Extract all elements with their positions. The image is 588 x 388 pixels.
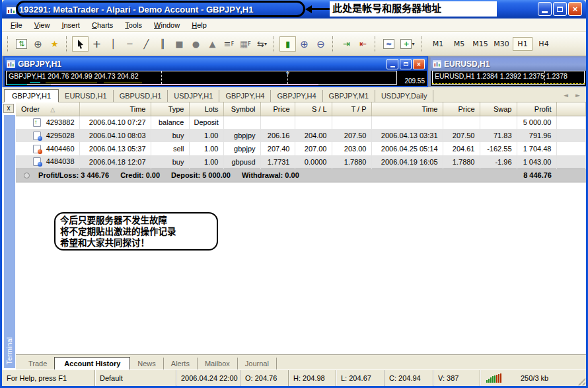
toolbar-grip[interactable]	[332, 36, 336, 52]
toolbar-grip[interactable]	[274, 36, 277, 52]
status-profile[interactable]: Default	[94, 370, 176, 386]
triangle-icon[interactable]: ▲	[204, 36, 221, 52]
column-header-close-price[interactable]: Price	[443, 102, 480, 116]
timeframe-m30-button[interactable]: M30	[492, 37, 511, 51]
fibonacci-icon[interactable]: ≡F	[221, 36, 237, 52]
menu-window[interactable]: Window	[148, 20, 186, 30]
market-watch-icon[interactable]: ⊕	[30, 36, 46, 52]
crosshair-icon[interactable]: +	[89, 36, 105, 52]
column-header-type[interactable]: Type	[151, 102, 189, 116]
auto-scroll-icon[interactable]: ⇥	[338, 36, 355, 52]
indicator-magenta	[51, 85, 318, 85]
chart-area-gbpjpy[interactable]: GBPJPY,H1 204.76 204.99 204.73 204.82 ▼ …	[5, 71, 427, 86]
chart-tab-gbpjpy-h1[interactable]: GBPJPY,H1	[4, 89, 59, 102]
menu-tools[interactable]: Tools	[119, 20, 148, 30]
history-row-balance[interactable]: 4293882 2006.04.10 07:27 balance Deposit…	[16, 116, 586, 129]
vertical-line-icon[interactable]: │	[105, 36, 122, 52]
column-header-profit[interactable]: Profit	[517, 102, 556, 116]
chart-tab-gbpjpy-m1[interactable]: GBPJPY,M1	[323, 90, 375, 102]
restore-button[interactable]	[553, 2, 567, 16]
menu-charts[interactable]: Charts	[86, 20, 119, 30]
terminal-close-button[interactable]: x	[3, 104, 14, 113]
note-line: 今后只要服务器不发生故障	[60, 215, 212, 226]
timeframe-h4-button[interactable]: H4	[534, 37, 554, 51]
channel-icon[interactable]: ║	[155, 36, 171, 52]
add-indicator-icon[interactable]: +▾	[397, 36, 418, 52]
zoom-out-icon[interactable]: ⊖	[312, 36, 329, 52]
close-button[interactable]: ×	[568, 2, 582, 16]
rectangle-icon[interactable]: ■	[171, 36, 188, 52]
chart-tab-gbpjpy-h4[interactable]: GBPJPY,H4	[219, 90, 271, 102]
chart-window-gbpjpy[interactable]: GBPJPY,H1 × GBPJPY,H1 204.76 204.99 204.…	[3, 56, 428, 87]
minimize-button[interactable]	[538, 2, 552, 16]
status-volume: V: 387	[433, 370, 480, 386]
column-header-swap[interactable]: Swap	[480, 102, 517, 116]
menu-view[interactable]: View	[28, 20, 56, 30]
tab-account-history[interactable]: Account History	[54, 357, 130, 370]
menu-help[interactable]: Help	[186, 20, 213, 30]
tab-alerts[interactable]: Alerts	[164, 358, 198, 369]
chart-window-eurusd-titlebar[interactable]: EURUSD,H1	[431, 58, 586, 71]
toolbar-grip[interactable]	[375, 36, 379, 52]
toolbar-grip[interactable]	[422, 36, 425, 52]
tab-scroll-left-icon[interactable]: ◄	[560, 90, 571, 100]
cycle-lines-icon[interactable]: ⇆▾	[254, 36, 270, 52]
column-header-price[interactable]: Price	[260, 102, 295, 116]
column-header-sl[interactable]: S / L	[295, 102, 332, 116]
column-header-order[interactable]: Order△	[16, 102, 79, 116]
templates-icon[interactable]: ★	[46, 36, 63, 52]
tab-news[interactable]: News	[130, 358, 164, 369]
app-icon	[6, 5, 17, 15]
candlestick-chart-icon[interactable]: ▮	[279, 36, 296, 52]
column-header-close-time[interactable]: Time	[371, 102, 443, 116]
history-row-order[interactable]: 4484038 2006.04.18 12:07 buy 1.00 gbpusd…	[16, 155, 586, 169]
timeframe-h1-button[interactable]: H1	[513, 37, 533, 51]
chart-area-eurusd[interactable]: EURUSD,H1 1.2384 1.2392 1.2375 1.2378	[431, 71, 586, 86]
tab-trade[interactable]: Trade	[21, 358, 54, 369]
fibonacci-grid-icon[interactable]: ▦F	[237, 36, 254, 52]
zoom-in-icon[interactable]: ⊕	[296, 36, 312, 52]
summary-credit: Credit: 0.00	[120, 171, 160, 179]
chart-tab-usdjpy-daily[interactable]: USDJPY,Daily	[375, 90, 434, 102]
chart-restore-button[interactable]	[400, 59, 412, 69]
menu-insert[interactable]: Insert	[55, 20, 86, 30]
menu-file[interactable]: File	[5, 20, 28, 30]
status-help: For Help, press F1	[2, 370, 94, 386]
chart-window-eurusd[interactable]: EURUSD,H1 EURUSD,H1 1.2384 1.2392 1.2375…	[429, 56, 586, 87]
chart-tab-usdjpy-h1[interactable]: USDJPY,H1	[168, 90, 219, 102]
window-title: 193291: MetaTrader - Alpari - Demo Accou…	[19, 5, 253, 15]
timeframe-m15-button[interactable]: M15	[470, 37, 490, 51]
timeframe-m1-button[interactable]: M1	[428, 37, 448, 51]
chart-minimize-button[interactable]	[386, 59, 398, 69]
toolbar-grip[interactable]	[7, 36, 11, 52]
chart-tab-eurusd-h1[interactable]: EURUSD,H1	[59, 90, 114, 102]
cursor-icon[interactable]	[72, 36, 89, 52]
titlebar[interactable]: 193291: MetaTrader - Alpari - Demo Accou…	[2, 0, 586, 19]
chart-tab-gbpusd-h1[interactable]: GBPUSD,H1	[114, 90, 168, 102]
new-chart-icon[interactable]: ⇅	[13, 36, 30, 52]
tab-scroll-right-icon[interactable]: ►	[572, 90, 583, 100]
history-row-order[interactable]: 4295028 2006.04.10 08:03 buy 1.00 gbpjpy…	[16, 129, 586, 142]
indicators-icon[interactable]: ≈	[381, 36, 397, 52]
chart-shift-icon[interactable]: ⇤	[355, 36, 371, 52]
horizontal-line-icon[interactable]: ─	[122, 36, 138, 52]
timeframe-m5-button[interactable]: M5	[449, 37, 469, 51]
column-header-symbol[interactable]: Symbol	[223, 102, 260, 116]
toolbar-grip[interactable]	[66, 36, 70, 52]
column-header-open-time[interactable]: Time	[79, 102, 151, 116]
column-header-tp[interactable]: T / P	[332, 102, 371, 116]
terminal-side-strip[interactable]: Terminal	[3, 114, 16, 369]
chart-tab-gbpjpy-h4-2[interactable]: GBPJPY,H4	[271, 90, 322, 102]
column-header-lots[interactable]: Lots	[189, 102, 223, 116]
buy-order-icon	[33, 157, 41, 166]
tab-journal[interactable]: Journal	[238, 358, 277, 369]
chart-close-button[interactable]: ×	[413, 59, 425, 69]
history-row-order[interactable]: 4404460 2006.04.13 05:37 sell 1.00 gbpjp…	[16, 142, 586, 155]
terminal-panel: x Terminal Order△ Time Type Lots Symbol …	[2, 102, 586, 369]
chart-window-gbpjpy-titlebar[interactable]: GBPJPY,H1 ×	[5, 58, 427, 71]
statusbar: For Help, press F1 Default 2006.04.24 22…	[2, 369, 586, 386]
tab-mailbox[interactable]: Mailbox	[198, 358, 238, 369]
trendline-icon[interactable]: ╱	[138, 36, 155, 52]
indicator-yellow	[104, 83, 142, 83]
ellipse-icon[interactable]: ●	[188, 36, 204, 52]
